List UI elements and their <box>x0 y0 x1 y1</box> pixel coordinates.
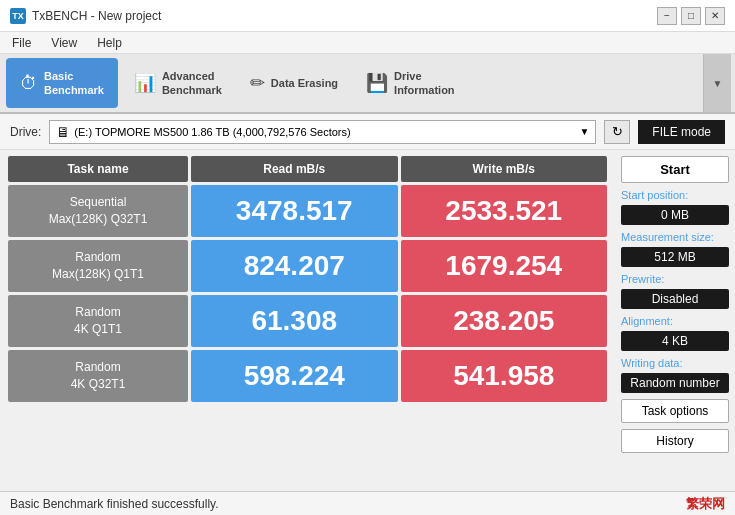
data-erasing-label: Data Erasing <box>271 76 338 90</box>
app-icon: TX <box>10 8 26 24</box>
basic-benchmark-label: BasicBenchmark <box>44 69 104 98</box>
drive-dropdown-icon: ▼ <box>579 126 589 137</box>
menu-help[interactable]: Help <box>93 35 126 51</box>
table-row: SequentialMax(128K) Q32T1 3478.517 2533.… <box>8 185 607 237</box>
clock-icon: ⏱ <box>20 73 38 94</box>
menu-bar: File View Help <box>0 32 735 54</box>
tab-advanced-benchmark[interactable]: 📊 AdvancedBenchmark <box>120 54 236 112</box>
status-bar: Basic Benchmark finished successfully. 繁… <box>0 491 735 515</box>
toolbar-dropdown[interactable]: ▼ <box>703 54 731 112</box>
row4-label: Random4K Q32T1 <box>8 350 188 402</box>
tab-data-erasing[interactable]: ✏ Data Erasing <box>236 54 352 112</box>
col-write: Write mB/s <box>401 156 608 182</box>
start-button[interactable]: Start <box>621 156 729 183</box>
writing-data-label: Writing data: <box>621 357 729 369</box>
table-row: RandomMax(128K) Q1T1 824.207 1679.254 <box>8 240 607 292</box>
row3-read: 61.308 <box>191 295 398 347</box>
right-panel: Start Start position: 0 MB Measurement s… <box>615 150 735 491</box>
tab-drive-information[interactable]: 💾 DriveInformation <box>352 54 469 112</box>
window-controls[interactable]: − □ ✕ <box>657 7 725 25</box>
minimize-button[interactable]: − <box>657 7 677 25</box>
close-button[interactable]: ✕ <box>705 7 725 25</box>
drive-information-label: DriveInformation <box>394 69 455 98</box>
maximize-button[interactable]: □ <box>681 7 701 25</box>
row1-read: 3478.517 <box>191 185 398 237</box>
drive-bar: Drive: 🖥 (E:) TOPMORE MS500 1.86 TB (4,0… <box>0 114 735 150</box>
results-area: Task name Read mB/s Write mB/s Sequentia… <box>0 150 615 491</box>
writing-data-value: Random number <box>621 373 729 393</box>
row1-write: 2533.521 <box>401 185 608 237</box>
file-mode-button[interactable]: FILE mode <box>638 120 725 144</box>
title-bar-left: TX TxBENCH - New project <box>10 8 161 24</box>
task-options-button[interactable]: Task options <box>621 399 729 423</box>
col-task-name: Task name <box>8 156 188 182</box>
advanced-benchmark-label: AdvancedBenchmark <box>162 69 222 98</box>
refresh-button[interactable]: ↻ <box>604 120 630 144</box>
table-row: Random4K Q1T1 61.308 238.205 <box>8 295 607 347</box>
row4-read: 598.224 <box>191 350 398 402</box>
row4-write: 541.958 <box>401 350 608 402</box>
row2-write: 1679.254 <box>401 240 608 292</box>
alignment-value: 4 KB <box>621 331 729 351</box>
row3-write: 238.205 <box>401 295 608 347</box>
drive-text: (E:) TOPMORE MS500 1.86 TB (4,000,792,57… <box>74 126 575 138</box>
history-button[interactable]: History <box>621 429 729 453</box>
main-content: Task name Read mB/s Write mB/s Sequentia… <box>0 150 735 491</box>
watermark: 繁荣网 <box>686 495 725 513</box>
chevron-down-icon: ▼ <box>713 78 723 89</box>
tab-basic-benchmark[interactable]: ⏱ BasicBenchmark <box>6 58 118 108</box>
alignment-label: Alignment: <box>621 315 729 327</box>
menu-view[interactable]: View <box>47 35 81 51</box>
row2-read: 824.207 <box>191 240 398 292</box>
row3-label: Random4K Q1T1 <box>8 295 188 347</box>
refresh-icon: ↻ <box>612 124 623 139</box>
drive-icon: 💾 <box>366 72 388 94</box>
menu-file[interactable]: File <box>8 35 35 51</box>
start-position-label: Start position: <box>621 189 729 201</box>
chart-icon: 📊 <box>134 72 156 94</box>
row2-label: RandomMax(128K) Q1T1 <box>8 240 188 292</box>
row1-label: SequentialMax(128K) Q32T1 <box>8 185 188 237</box>
measurement-size-value: 512 MB <box>621 247 729 267</box>
toolbar: ⏱ BasicBenchmark 📊 AdvancedBenchmark ✏ D… <box>0 54 735 114</box>
prewrite-label: Prewrite: <box>621 273 729 285</box>
start-position-value: 0 MB <box>621 205 729 225</box>
drive-disk-icon: 🖥 <box>56 124 70 140</box>
status-message: Basic Benchmark finished successfully. <box>10 497 219 511</box>
title-bar: TX TxBENCH - New project − □ ✕ <box>0 0 735 32</box>
drive-label: Drive: <box>10 125 41 139</box>
measurement-size-label: Measurement size: <box>621 231 729 243</box>
table-header: Task name Read mB/s Write mB/s <box>8 156 607 182</box>
window-title: TxBENCH - New project <box>32 9 161 23</box>
table-row: Random4K Q32T1 598.224 541.958 <box>8 350 607 402</box>
prewrite-value: Disabled <box>621 289 729 309</box>
drive-selector[interactable]: 🖥 (E:) TOPMORE MS500 1.86 TB (4,000,792,… <box>49 120 596 144</box>
eraser-icon: ✏ <box>250 72 265 94</box>
col-read: Read mB/s <box>191 156 398 182</box>
